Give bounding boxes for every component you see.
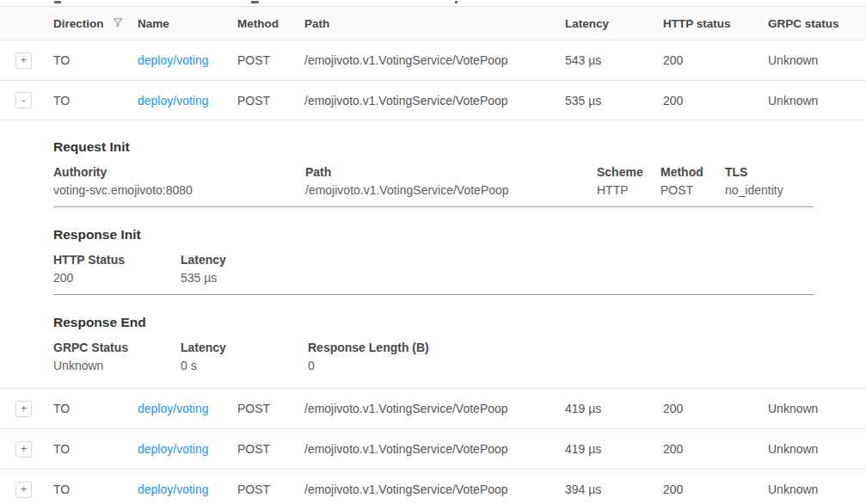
- field-value: voting-svc.emojivoto:8080: [53, 183, 305, 198]
- field-http-status: HTTP Status 200: [53, 253, 181, 286]
- cell-http-status: 200: [653, 442, 758, 456]
- collapse-row-button[interactable]: -: [15, 92, 32, 108]
- clipped-text-remnant: [455, 1, 458, 3]
- cell-method: POST: [227, 442, 294, 456]
- request-detail-panel: Request Init Authority voting-svc.emojiv…: [0, 138, 866, 389]
- field-response-length: Response Length (B) 0: [308, 341, 814, 373]
- resource-link[interactable]: deploy/voting: [138, 53, 209, 67]
- cell-http-status: 200: [653, 402, 758, 415]
- cell-http-status: 200: [653, 94, 758, 108]
- cell-direction: TO: [43, 402, 127, 415]
- cell-direction: TO: [43, 53, 127, 67]
- field-label: Path: [305, 165, 597, 180]
- field-path: Path /emojivoto.v1.VotingService/VotePoo…: [305, 165, 597, 198]
- column-header-http-status: HTTP status: [653, 17, 758, 30]
- field-label: Latency: [181, 253, 814, 267]
- tap-table: Direction Name Method Path Latency HTTP …: [0, 6, 866, 504]
- field-value: 535 µs: [181, 271, 814, 286]
- field-value: 0 s: [181, 359, 308, 373]
- section-divider: [53, 206, 814, 207]
- cell-grpc-status: Unknown: [758, 94, 866, 108]
- expand-row-button[interactable]: +: [15, 401, 32, 417]
- column-header-method: Method: [227, 17, 294, 30]
- field-latency: Latency 535 µs: [181, 253, 814, 286]
- cell-grpc-status: Unknown: [758, 53, 866, 67]
- section-divider: [53, 294, 814, 295]
- column-header-grpc-status: GRPC status: [758, 17, 866, 30]
- column-header-direction: Direction: [43, 15, 127, 31]
- cell-path: /emojivoto.v1.VotingService/VotePoop: [294, 53, 555, 67]
- field-scheme: Scheme HTTP: [597, 165, 660, 198]
- cell-method: POST: [227, 482, 294, 496]
- field-tls: TLS no_identity: [725, 165, 814, 198]
- table-row-expanded: - TO deploy/voting POST /emojivoto.v1.Vo…: [0, 81, 866, 120]
- section-title-response-end: Response End: [53, 314, 814, 330]
- field-grpc-status: GRPC Status Unknown: [53, 341, 181, 373]
- field-label: Scheme: [597, 165, 660, 180]
- column-header-direction-label: Direction: [53, 17, 104, 30]
- cell-path: /emojivoto.v1.VotingService/VotePoop: [294, 94, 555, 108]
- cell-latency: 535 µs: [555, 94, 653, 108]
- response-init-fields: HTTP Status 200 Latency 535 µs: [53, 253, 814, 286]
- field-label: GRPC Status: [53, 341, 181, 355]
- filter-icon[interactable]: [112, 16, 124, 31]
- field-value: /emojivoto.v1.VotingService/VotePoop: [305, 183, 597, 198]
- field-value: HTTP: [597, 183, 660, 198]
- cell-http-status: 200: [653, 482, 758, 496]
- resource-link[interactable]: deploy/voting: [138, 482, 209, 496]
- field-method: Method POST: [660, 165, 725, 198]
- table-row: + TO deploy/voting POST /emojivoto.v1.Vo…: [0, 40, 866, 81]
- section-title-request-init: Request Init: [53, 138, 814, 155]
- cell-direction: TO: [43, 482, 127, 496]
- cell-path: /emojivoto.v1.VotingService/VotePoop: [294, 442, 555, 456]
- cell-latency: 419 µs: [555, 442, 653, 456]
- cell-method: POST: [227, 53, 294, 67]
- table-row: + TO deploy/voting POST /emojivoto.v1.Vo…: [0, 389, 866, 429]
- cell-grpc-status: Unknown: [758, 482, 866, 496]
- column-header-name: Name: [127, 17, 227, 30]
- resource-link[interactable]: deploy/voting: [138, 94, 209, 108]
- cell-latency: 543 µs: [555, 53, 653, 67]
- clipped-text-remnant: [251, 1, 259, 3]
- column-header-latency: Latency: [555, 17, 653, 30]
- request-init-fields: Authority voting-svc.emojivoto:8080 Path…: [53, 165, 814, 198]
- table-row: + TO deploy/voting POST /emojivoto.v1.Vo…: [0, 470, 866, 504]
- cell-latency: 419 µs: [555, 402, 653, 415]
- field-value: 0: [308, 359, 814, 373]
- section-title-response-init: Response Init: [53, 226, 814, 243]
- cell-direction: TO: [43, 442, 127, 456]
- field-label: TLS: [725, 165, 814, 180]
- field-latency: Latency 0 s: [181, 341, 308, 373]
- field-value: no_identity: [725, 183, 814, 198]
- resource-link[interactable]: deploy/voting: [138, 402, 209, 415]
- expand-row-button[interactable]: +: [15, 482, 32, 498]
- field-label: Latency: [181, 341, 308, 355]
- expand-row-button[interactable]: +: [15, 441, 32, 458]
- cell-path: /emojivoto.v1.VotingService/VotePoop: [294, 482, 555, 496]
- field-label: Authority: [53, 165, 305, 180]
- field-label: Method: [660, 165, 725, 180]
- field-label: HTTP Status: [53, 253, 181, 267]
- cell-path: /emojivoto.v1.VotingService/VotePoop: [294, 402, 555, 415]
- clipped-text-remnant: [54, 1, 61, 3]
- cell-method: POST: [227, 94, 294, 108]
- cell-method: POST: [227, 402, 294, 415]
- field-authority: Authority voting-svc.emojivoto:8080: [53, 165, 305, 198]
- cell-grpc-status: Unknown: [758, 402, 866, 415]
- field-value: Unknown: [53, 359, 181, 373]
- response-end-fields: GRPC Status Unknown Latency 0 s Response…: [53, 341, 814, 373]
- resource-link[interactable]: deploy/voting: [138, 442, 209, 456]
- expand-row-button[interactable]: +: [15, 52, 32, 69]
- cell-http-status: 200: [653, 53, 758, 67]
- field-value: 200: [53, 271, 181, 286]
- cell-grpc-status: Unknown: [758, 442, 866, 456]
- cell-latency: 394 µs: [555, 482, 653, 496]
- field-label: Response Length (B): [308, 341, 814, 355]
- field-value: POST: [660, 183, 725, 198]
- table-header-row: Direction Name Method Path Latency HTTP …: [0, 6, 866, 40]
- table-row: + TO deploy/voting POST /emojivoto.v1.Vo…: [0, 429, 866, 470]
- column-header-path: Path: [294, 17, 555, 30]
- cell-direction: TO: [43, 94, 127, 108]
- clipped-row-remnant: [0, 0, 866, 6]
